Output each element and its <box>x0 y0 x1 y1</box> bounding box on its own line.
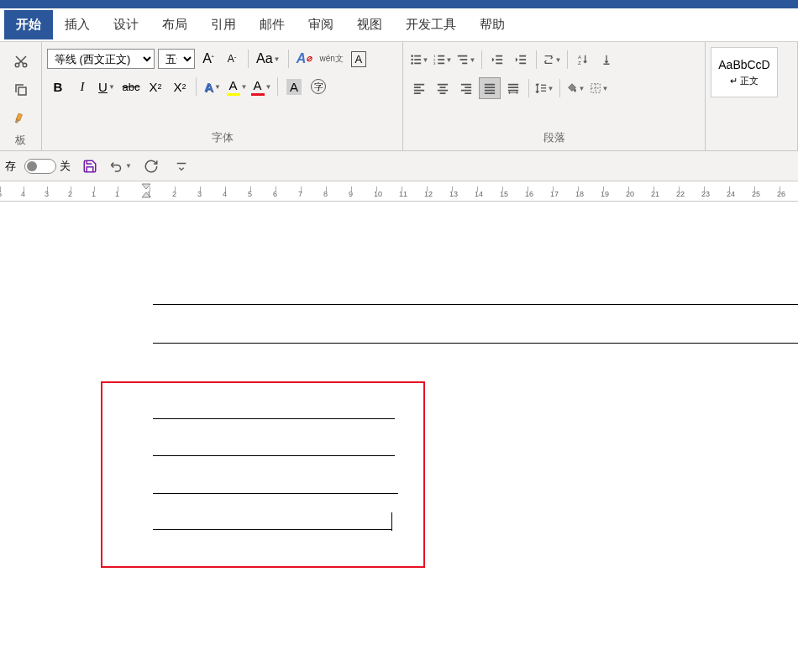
separator <box>288 50 289 68</box>
multilevel-list-button[interactable]: ▼ <box>455 49 477 71</box>
increase-indent-button[interactable] <box>510 49 532 71</box>
clipboard-label: 板 <box>5 129 36 150</box>
borders-button[interactable]: ▼ <box>588 77 610 99</box>
svg-rect-43 <box>508 87 518 88</box>
cut-icon[interactable] <box>10 50 32 72</box>
svg-rect-46 <box>541 87 546 88</box>
italic-button[interactable]: I <box>71 76 93 97</box>
svg-rect-4 <box>414 55 421 57</box>
align-center-button[interactable] <box>432 77 454 99</box>
svg-rect-41 <box>485 92 495 94</box>
align-justify-button[interactable] <box>479 77 501 99</box>
align-distribute-button[interactable] <box>502 77 524 99</box>
document-area[interactable] <box>0 202 798 672</box>
save-icon[interactable] <box>79 155 101 177</box>
underline-line <box>153 343 798 344</box>
show-marks-button[interactable] <box>596 49 617 71</box>
clear-format-icon[interactable]: A⊘ <box>295 49 315 69</box>
shrink-font-icon[interactable]: Aˇ <box>222 49 242 69</box>
annotation-box <box>101 381 425 568</box>
tab-insert[interactable]: 插入 <box>53 10 102 39</box>
autosave-toggle[interactable]: 关 <box>24 159 71 174</box>
separator <box>559 79 560 97</box>
svg-point-0 <box>15 63 19 67</box>
svg-point-5 <box>411 59 413 61</box>
tab-layout[interactable]: 布局 <box>150 10 199 39</box>
svg-rect-32 <box>438 90 448 92</box>
numbering-button[interactable]: 123▼ <box>432 49 454 71</box>
separator <box>277 77 278 96</box>
tab-home[interactable]: 开始 <box>4 10 53 39</box>
svg-rect-16 <box>459 59 467 60</box>
indent-marker-icon[interactable] <box>141 183 151 200</box>
underline-button[interactable]: U▼ <box>96 76 118 97</box>
svg-text:3: 3 <box>433 61 436 66</box>
svg-rect-37 <box>465 92 471 94</box>
tab-review[interactable]: 审阅 <box>297 10 345 39</box>
qat-customize-button[interactable] <box>171 155 192 177</box>
line-spacing-button[interactable]: ▼ <box>533 77 555 99</box>
underline-line <box>153 529 391 530</box>
separator <box>248 50 249 68</box>
grow-font-icon[interactable]: Aˆ <box>198 49 218 69</box>
shading-button[interactable]: ▼ <box>564 77 586 99</box>
svg-point-7 <box>411 62 413 65</box>
subscript-button[interactable]: X2 <box>144 76 166 97</box>
text-effect-button[interactable]: A▼ <box>202 76 223 97</box>
tab-view[interactable]: 视图 <box>345 10 394 39</box>
font-name-combo[interactable]: 等线 (西文正文) <box>47 49 155 69</box>
tab-design[interactable]: 设计 <box>102 10 150 39</box>
clipboard-group: 板 <box>0 42 42 150</box>
style-normal[interactable]: AaBbCcD ↵ 正文 <box>711 47 778 97</box>
svg-rect-17 <box>462 63 467 65</box>
enclose-character-button[interactable]: 字 <box>307 76 329 97</box>
redo-button[interactable] <box>140 155 162 177</box>
text-direction-button[interactable]: ▼ <box>541 49 563 71</box>
underline-line <box>153 493 398 494</box>
font-color-button[interactable]: A▼ <box>250 76 272 97</box>
align-left-button[interactable] <box>408 77 430 99</box>
svg-rect-47 <box>541 91 546 92</box>
character-shading-button[interactable]: A <box>283 76 305 97</box>
svg-rect-31 <box>440 87 446 88</box>
sort-button[interactable]: AZ <box>572 49 594 71</box>
svg-rect-19 <box>496 59 502 60</box>
svg-rect-22 <box>519 59 526 60</box>
svg-rect-30 <box>438 84 448 86</box>
ribbon-tabs: 开始 插入 设计 布局 引用 邮件 审阅 视图 开发工具 帮助 <box>0 8 798 42</box>
autosave-label: 存 <box>5 159 16 174</box>
svg-rect-45 <box>541 85 546 86</box>
tab-developer[interactable]: 开发工具 <box>394 10 468 39</box>
svg-rect-35 <box>465 87 471 88</box>
svg-rect-2 <box>18 87 26 95</box>
svg-text:Z: Z <box>578 60 581 66</box>
bold-button[interactable]: B <box>47 76 69 97</box>
bullets-button[interactable]: ▼ <box>408 49 430 71</box>
svg-rect-23 <box>519 63 526 65</box>
svg-rect-26 <box>414 84 424 86</box>
underline-line <box>153 304 798 305</box>
strikethrough-button[interactable]: abc <box>120 76 142 97</box>
undo-button[interactable]: ▼ <box>109 155 132 177</box>
font-size-combo[interactable]: 五号 <box>158 49 195 69</box>
copy-icon[interactable] <box>10 79 32 101</box>
tab-mail[interactable]: 邮件 <box>248 10 297 39</box>
svg-rect-6 <box>414 59 421 60</box>
horizontal-ruler[interactable]: 5432111234567891011121314151617181920212… <box>0 181 798 202</box>
ribbon: 板 等线 (西文正文) 五号 Aˆ Aˇ Aa▼ A⊘ wén文 A B I U… <box>0 42 798 151</box>
tab-help[interactable]: 帮助 <box>468 10 517 39</box>
svg-rect-38 <box>485 84 495 86</box>
align-right-button[interactable] <box>455 77 477 99</box>
svg-rect-44 <box>508 90 518 92</box>
character-border-icon[interactable]: A <box>349 49 369 69</box>
svg-point-1 <box>23 63 27 67</box>
superscript-button[interactable]: X2 <box>169 76 191 97</box>
decrease-indent-button[interactable] <box>486 49 508 71</box>
phonetic-guide-icon[interactable]: wén文 <box>318 49 345 69</box>
svg-rect-34 <box>461 84 471 86</box>
highlight-button[interactable]: A▼ <box>226 76 248 97</box>
tab-references[interactable]: 引用 <box>199 10 248 39</box>
format-painter-icon[interactable] <box>10 108 32 129</box>
change-case-icon[interactable]: Aa▼ <box>255 49 282 69</box>
svg-rect-42 <box>508 84 518 86</box>
